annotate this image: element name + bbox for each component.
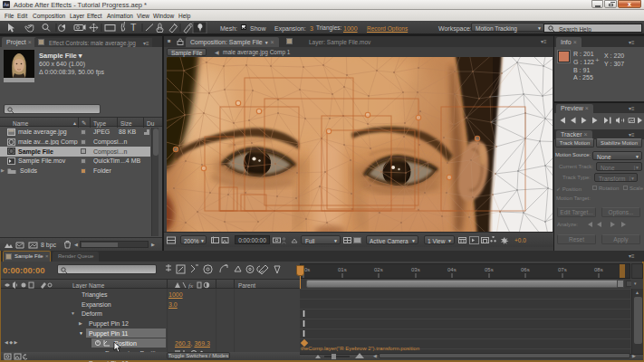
svg-text:T: T bbox=[130, 22, 137, 33]
svg-text:fx: fx bbox=[188, 282, 194, 289]
